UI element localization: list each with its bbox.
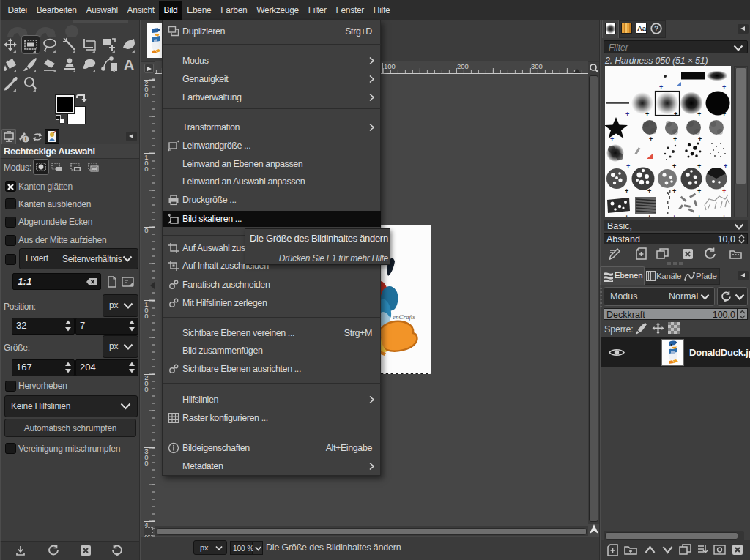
svg-text:+: + [697,111,701,118]
svg-text:+: + [647,187,651,195]
svg-text:+: + [697,163,701,170]
svg-text:+: + [722,111,726,118]
svg-text:+: + [647,214,651,217]
svg-text:+: + [625,111,629,118]
svg-text:+: + [649,135,653,143]
svg-text:?: ? [654,25,658,33]
svg-text:+: + [722,83,726,91]
svg-text:+: + [724,163,727,170]
svg-text:+: + [672,163,676,170]
svg-text:+: + [698,135,702,143]
svg-text:+: + [722,187,726,195]
svg-text:+: + [610,135,614,143]
svg-text:A: A [123,56,134,73]
svg-text:+: + [697,214,701,217]
svg-text:+: + [697,187,701,195]
svg-text:+: + [626,163,630,170]
svg-text:+: + [673,135,677,143]
svg-text:+: + [674,111,677,118]
svg-text:+: + [722,214,726,217]
svg-text:+: + [625,214,628,217]
svg-text:+: + [625,187,628,195]
svg-text:enCrafts: enCrafts [393,313,416,321]
svg-text:+: + [659,83,663,91]
svg-text:+: + [645,111,649,118]
svg-text:+: + [672,187,676,195]
svg-text:+: + [672,214,676,217]
